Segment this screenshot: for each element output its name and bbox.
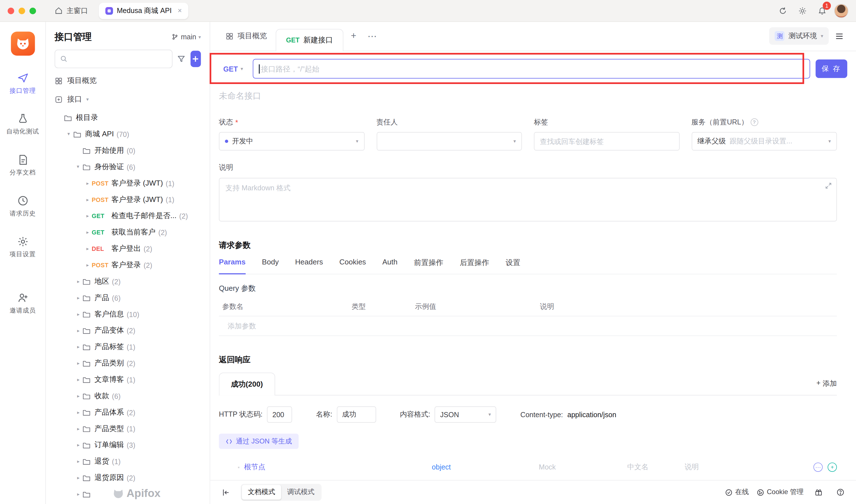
service-select[interactable]: 继承父级 跟随父级目录设置... ▾ xyxy=(692,132,837,151)
tree-item[interactable]: ▸退货原因(2) xyxy=(46,469,210,486)
tree-item[interactable]: ▸产品体系(2) xyxy=(46,404,210,420)
tree-item[interactable]: ▸退货(1) xyxy=(46,453,210,470)
more-options-icon[interactable]: ⋯ xyxy=(814,462,823,471)
more-tabs-button[interactable]: ⋯ xyxy=(364,21,381,51)
chevron-right-icon[interactable]: ▸ xyxy=(74,311,82,317)
sidebar-item-apis[interactable]: 接口 ▾ xyxy=(46,90,210,109)
chevron-right-icon[interactable]: ▸ xyxy=(84,213,92,219)
schema-root-row[interactable]: ▪ 根节点 object Mock 中文名 说明 ⋯ + xyxy=(219,462,837,472)
add-param-row[interactable]: 添加参数 xyxy=(219,317,837,336)
rail-item-automated-testing[interactable]: 自动化测试 xyxy=(0,113,46,136)
tree-item[interactable]: ▸产品变体(2) xyxy=(46,322,210,339)
generate-from-json-button[interactable]: 通过 JSON 等生成 xyxy=(219,434,298,449)
request-tab-前置操作[interactable]: 前置操作 xyxy=(414,258,443,274)
chevron-right-icon[interactable]: ▸ xyxy=(84,246,92,251)
help-button[interactable] xyxy=(833,485,847,499)
rail-item-invite-members[interactable]: 邀请成员 xyxy=(0,292,46,315)
apifox-logo[interactable] xyxy=(11,32,35,56)
tree-item[interactable]: ▸文章博客(1) xyxy=(46,371,210,388)
tree-item[interactable]: ▸POST客户登录 (JWT)(1) xyxy=(46,175,210,192)
chevron-right-icon[interactable]: ▸ xyxy=(74,426,82,431)
search-box[interactable] xyxy=(55,50,173,68)
tree-item[interactable]: ▸身份验证(6) xyxy=(46,159,210,175)
online-status[interactable]: 在线 xyxy=(724,488,749,497)
request-tab-设置[interactable]: 设置 xyxy=(506,258,520,274)
layout-menu-button[interactable] xyxy=(831,21,847,51)
doc-mode-button[interactable]: 文档模式 xyxy=(242,485,281,500)
request-tab-headers[interactable]: Headers xyxy=(295,258,323,274)
tree-item[interactable]: 开始使用(0) xyxy=(46,142,210,159)
request-tab-params[interactable]: Params xyxy=(219,258,245,274)
add-button[interactable] xyxy=(191,51,201,67)
minimize-window-button[interactable] xyxy=(19,7,25,14)
response-name-input[interactable] xyxy=(336,407,376,423)
request-tab-auth[interactable]: Auth xyxy=(382,258,398,274)
filter-button[interactable] xyxy=(177,52,186,66)
http-status-input[interactable] xyxy=(267,407,292,423)
chevron-right-icon[interactable]: ▸ xyxy=(74,410,82,415)
chevron-right-icon[interactable]: ▸ xyxy=(84,180,92,186)
chevron-right-icon[interactable]: ▸ xyxy=(74,278,82,284)
collapse-sidebar-button[interactable] xyxy=(219,485,233,499)
rail-item-project-settings[interactable]: 项目设置 xyxy=(0,236,46,258)
tree-item[interactable]: ▸DEL客户登出(2) xyxy=(46,240,210,257)
tree-item[interactable]: ▸地区(2) xyxy=(46,273,210,290)
refresh-button[interactable] xyxy=(775,3,791,18)
maximize-window-button[interactable] xyxy=(30,7,36,14)
tree-item[interactable]: ▸产品标签(1) xyxy=(46,339,210,355)
tree-item[interactable]: ▸GET检查电子邮件是否...(2) xyxy=(46,208,210,224)
chevron-right-icon[interactable]: ▸ xyxy=(74,361,82,366)
chevron-right-icon[interactable]: ▸ xyxy=(74,295,82,300)
status-select[interactable]: 开发中 ▾ xyxy=(219,132,364,151)
tree-item[interactable]: ▸客户信息(10) xyxy=(46,306,210,322)
notifications-button[interactable]: 1 xyxy=(815,3,830,18)
root-desc-placeholder[interactable]: 说明 xyxy=(684,462,813,472)
chevron-down-icon[interactable]: ▸ xyxy=(75,163,81,171)
description-input[interactable] xyxy=(220,178,836,221)
chevron-down-icon[interactable]: ▾ xyxy=(86,96,89,102)
new-tab-button[interactable]: + xyxy=(345,21,362,51)
tree-item[interactable]: ▸收款(6) xyxy=(46,388,210,404)
close-tab-icon[interactable]: × xyxy=(178,6,182,15)
chevron-right-icon[interactable]: ▸ xyxy=(74,491,82,497)
tab-project-overview[interactable]: 项目概览 xyxy=(219,21,274,51)
rail-item-share-docs[interactable]: 分享文档 xyxy=(0,154,46,177)
tree-item[interactable]: ▸商城 API(70) xyxy=(46,126,210,142)
tree-item[interactable]: ▸GET获取当前客户(2) xyxy=(46,224,210,241)
chevron-right-icon[interactable]: ▸ xyxy=(74,442,82,448)
chevron-right-icon[interactable]: ▸ xyxy=(74,344,82,349)
root-mock-placeholder[interactable]: Mock xyxy=(539,463,627,471)
path-input[interactable] xyxy=(261,65,804,73)
tree-item[interactable]: ▸产品类别(2) xyxy=(46,355,210,372)
api-name-placeholder[interactable]: 未命名接口 xyxy=(219,90,837,102)
root-node-name[interactable]: 根节点 xyxy=(244,462,432,472)
tree-item[interactable]: ▸产品类型(1) xyxy=(46,420,210,437)
sidebar-item-project-overview[interactable]: 项目概览 xyxy=(46,72,210,90)
window-tab-project[interactable]: Medusa 商城 API × xyxy=(99,2,188,19)
content-format-select[interactable]: JSON ▾ xyxy=(435,407,496,423)
rail-item-request-history[interactable]: 请求历史 xyxy=(0,195,46,218)
request-tab-body[interactable]: Body xyxy=(262,258,279,274)
tree-item[interactable]: ▸POST客户登录(2) xyxy=(46,257,210,273)
debug-mode-button[interactable]: 调试模式 xyxy=(281,485,320,500)
branch-selector[interactable]: main ▾ xyxy=(172,33,201,41)
rail-item-api-management[interactable]: 接口管理 xyxy=(0,72,46,95)
chevron-down-icon[interactable]: ▸ xyxy=(66,130,72,138)
add-response-button[interactable]: + 添加 xyxy=(816,378,837,395)
chevron-right-icon[interactable]: ▸ xyxy=(84,197,92,202)
chevron-right-icon[interactable]: ▸ xyxy=(74,475,82,481)
close-window-button[interactable] xyxy=(7,7,14,14)
cookie-manager-button[interactable]: Cookie 管理 xyxy=(756,488,804,497)
gift-button[interactable] xyxy=(811,485,825,499)
save-button[interactable]: 保 存 xyxy=(816,59,847,78)
root-node-type[interactable]: object xyxy=(432,463,539,471)
chevron-right-icon[interactable]: ▸ xyxy=(74,328,82,333)
tree-item[interactable]: ▸订单编辑(3) xyxy=(46,437,210,453)
chevron-right-icon[interactable]: ▸ xyxy=(74,377,82,382)
chevron-right-icon[interactable]: ▸ xyxy=(84,263,92,268)
expand-icon[interactable] xyxy=(825,182,832,191)
tree-item[interactable]: ▸产品(6) xyxy=(46,290,210,306)
search-input[interactable] xyxy=(71,55,167,63)
chevron-right-icon[interactable]: ▸ xyxy=(74,393,82,398)
tags-input[interactable] xyxy=(540,137,674,145)
